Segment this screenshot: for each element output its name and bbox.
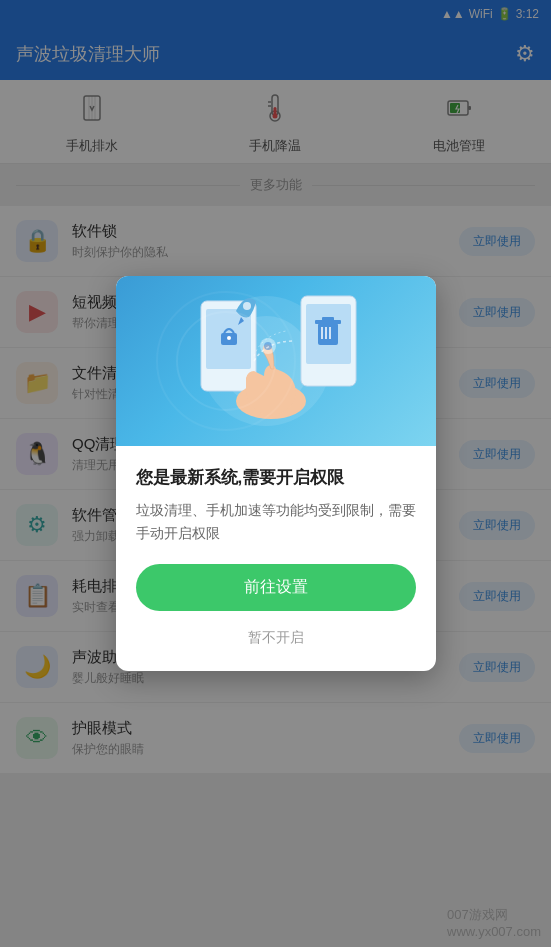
dismiss-button[interactable]: 暂不开启	[136, 621, 416, 655]
svg-rect-23	[322, 317, 334, 321]
goto-settings-button[interactable]: 前往设置	[136, 564, 416, 611]
dialog-body: 您是最新系统,需要开启权限 垃圾清理、手机加速等功能均受到限制，需要手动开启权限…	[116, 446, 436, 671]
dialog-desc: 垃圾清理、手机加速等功能均受到限制，需要手动开启权限	[136, 499, 416, 544]
dialog-illustration	[116, 276, 436, 446]
modal-overlay: 您是最新系统,需要开启权限 垃圾清理、手机加速等功能均受到限制，需要手动开启权限…	[0, 0, 551, 947]
permission-dialog: 您是最新系统,需要开启权限 垃圾清理、手机加速等功能均受到限制，需要手动开启权限…	[116, 276, 436, 671]
svg-rect-21	[318, 323, 338, 345]
dialog-title: 您是最新系统,需要开启权限	[136, 466, 416, 489]
